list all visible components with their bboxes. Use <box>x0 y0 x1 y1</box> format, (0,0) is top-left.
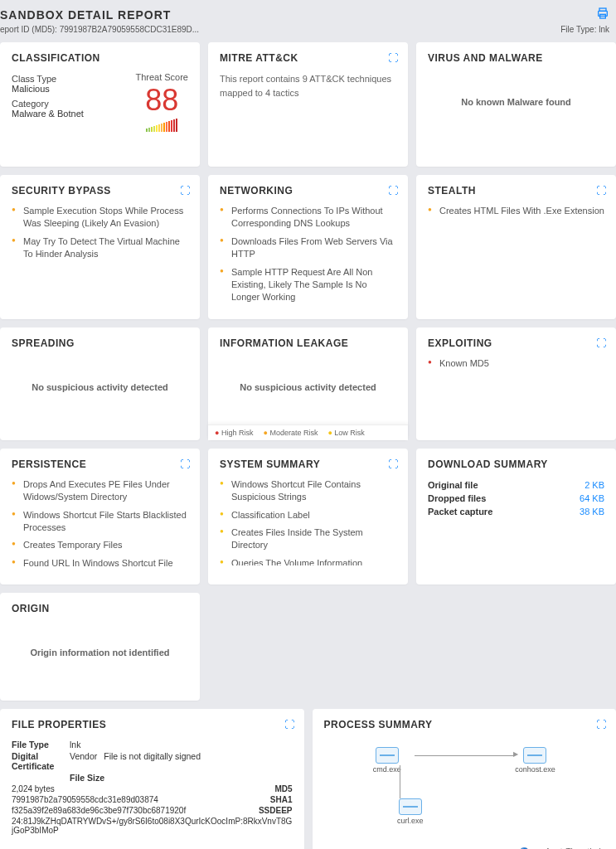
process-icon <box>376 747 399 764</box>
list-item: Classification Label <box>220 509 396 522</box>
list-item: Performs Connections To IPs Without Corr… <box>220 205 396 230</box>
file-size-label: File Size <box>70 773 128 783</box>
classification-title: CLASSIFICATION <box>12 52 188 64</box>
info-leak-text: No suspicious activity detected <box>220 357 396 417</box>
arrow-icon <box>400 765 400 798</box>
threat-gauge-icon <box>135 119 188 132</box>
expand-icon[interactable]: ⛶ <box>388 52 398 64</box>
expand-icon[interactable]: ⛶ <box>388 185 398 196</box>
expand-icon[interactable]: ⛶ <box>180 185 190 196</box>
threat-score-value: 88 <box>135 85 188 115</box>
spreading-card: SPREADING No suspicious activity detecte… <box>0 327 200 440</box>
sha1-value: f325a39f2e89a683de96c3be97f730bc6871920f <box>12 806 252 815</box>
origin-text: Origin information not identified <box>12 623 188 682</box>
expand-icon[interactable]: ⛶ <box>180 458 190 470</box>
class-type-label: Class Type <box>12 74 84 84</box>
list-item: Known MD5 <box>428 357 604 370</box>
arrow-icon <box>415 755 514 756</box>
list-item: Sample Execution Stops While Process Was… <box>12 205 188 230</box>
mitre-text: This report contains 9 ATT&CK techniques… <box>220 72 396 99</box>
virus-card: VIRUS AND MALWARE No known Malware found <box>416 42 616 167</box>
list-item: Creates Temporary Files <box>12 539 188 551</box>
file-type-label: File Type <box>12 740 70 750</box>
dl-label: Packet capture <box>428 507 492 517</box>
digital-cert-label: Digital Certificate <box>12 751 70 771</box>
process-icon <box>399 798 422 815</box>
process-node[interactable]: curl.exe <box>397 798 424 825</box>
process-node[interactable]: conhost.exe <box>515 747 555 774</box>
networking-card: ⛶ NETWORKING Performs Connections To IPs… <box>208 175 408 319</box>
stealth-title: STEALTH <box>428 185 604 196</box>
class-type-value: Malicious <box>12 84 84 94</box>
security-bypass-title: SECURITY BYPASS <box>12 185 188 196</box>
list-item: May Try To Detect The Virtual Machine To… <box>12 235 188 261</box>
vendor-value: File is not digitally signed <box>104 751 201 761</box>
download-summary-card: DOWNLOAD SUMMARY Original file 2 KB Drop… <box>416 449 616 585</box>
exploiting-card: ⛶ EXPLOITING Known MD5 <box>416 327 616 440</box>
info-leak-card: INFORMATION LEAKAGE No suspicious activi… <box>208 327 408 440</box>
vendor-label: Vendor <box>70 751 97 761</box>
category-label: Category <box>12 99 84 109</box>
list-item: Drops And Executes PE Files Under Widows… <box>12 478 188 504</box>
exploiting-title: EXPLOITING <box>428 337 604 349</box>
download-summary-title: DOWNLOAD SUMMARY <box>428 458 604 470</box>
system-summary-list: Windows Shortcut File Contains Suspiciou… <box>220 478 396 565</box>
origin-card: ORIGIN Origin information not identified <box>0 593 200 701</box>
system-summary-title: SYSTEM SUMMARY <box>220 458 396 470</box>
download-row[interactable]: Packet capture 38 KB <box>428 505 604 518</box>
process-node[interactable]: cmd.exe <box>373 747 401 774</box>
dl-size: 38 KB <box>580 507 604 517</box>
sha1-label: SHA1 <box>270 795 293 804</box>
download-row[interactable]: Dropped files 64 KB <box>428 492 604 505</box>
stealth-list: Creates HTML Files With .Exe Extension <box>428 205 604 217</box>
process-icon <box>523 747 546 764</box>
size-value: 2,024 bytes <box>12 784 268 793</box>
list-item: Sample HTTP Request Are All Non Existing… <box>220 266 396 304</box>
process-diagram: cmd.exe conhost.exe curl.exe <box>324 739 605 849</box>
risk-legend: High Risk Moderate Risk Low Risk <box>208 424 408 440</box>
process-label: conhost.exe <box>515 765 555 774</box>
dl-size: 2 KB <box>584 480 604 490</box>
list-item: Windows Shortcut File Starts Blacklisted… <box>12 509 188 535</box>
print-icon[interactable] <box>596 7 609 23</box>
report-id: eport ID (MD5): 7991987B2A79059558CDC31E… <box>0 25 199 34</box>
process-summary-card: ⛶ PROCESS SUMMARY cmd.exe conhost.exe <box>313 709 617 849</box>
file-type-header: File Type: lnk <box>560 25 609 34</box>
system-summary-card: ⛶ SYSTEM SUMMARY Windows Shortcut File C… <box>208 449 408 585</box>
file-type-value: lnk <box>70 740 80 750</box>
virus-title: VIRUS AND MALWARE <box>428 52 604 64</box>
file-properties-title: FILE PROPERTIES <box>12 719 293 730</box>
threat-score-label: Threat Score <box>135 72 188 82</box>
legend-low: Low Risk <box>327 429 364 437</box>
expand-icon[interactable]: ⛶ <box>388 458 398 470</box>
process-label: cmd.exe <box>373 765 401 774</box>
persistence-title: PERSISTENCE <box>12 458 188 470</box>
legend-high: High Risk <box>215 429 253 437</box>
process-summary-title: PROCESS SUMMARY <box>324 719 605 730</box>
origin-title: ORIGIN <box>12 603 188 614</box>
classification-card: CLASSIFICATION Class Type Malicious Cate… <box>0 42 200 167</box>
virus-text: No known Malware found <box>428 72 604 132</box>
expand-icon[interactable]: ⛶ <box>596 337 606 349</box>
persistence-list: Drops And Executes PE Files Under Widows… <box>12 478 188 570</box>
expand-icon[interactable]: ⛶ <box>596 719 606 730</box>
ssdeep-value: 24:81J9kZHqDATRYWDvS+/gy8rS6I6to08i8X3Qu… <box>12 817 293 835</box>
md5-label: MD5 <box>274 784 292 793</box>
expand-icon[interactable]: ⛶ <box>284 719 294 730</box>
download-row[interactable]: Original file 2 KB <box>428 478 604 492</box>
list-item: Downloads Files From Web Servers Via HTT… <box>220 235 396 261</box>
security-bypass-card: ⛶ SECURITY BYPASS Sample Execution Stops… <box>0 175 200 319</box>
dl-label: Dropped files <box>428 493 486 503</box>
exploiting-list: Known MD5 <box>428 357 604 370</box>
md5-value: 7991987b2a79059558cdc31e89d03874 <box>12 795 264 804</box>
spreading-text: No suspicious activity detected <box>12 357 188 417</box>
list-item: Creates Files Inside The System Director… <box>220 526 396 552</box>
networking-title: NETWORKING <box>220 185 396 196</box>
file-properties-card: ⛶ FILE PROPERTIES File Type lnk Digital … <box>0 709 304 849</box>
dl-label: Original file <box>428 480 478 490</box>
info-leak-title: INFORMATION LEAKAGE <box>220 337 396 349</box>
list-item: Queries The Volume Information <box>220 557 396 565</box>
expand-icon[interactable]: ⛶ <box>596 185 606 196</box>
category-value: Malware & Botnet <box>12 109 84 119</box>
list-item: Windows Shortcut File Contains Suspiciou… <box>220 478 396 504</box>
